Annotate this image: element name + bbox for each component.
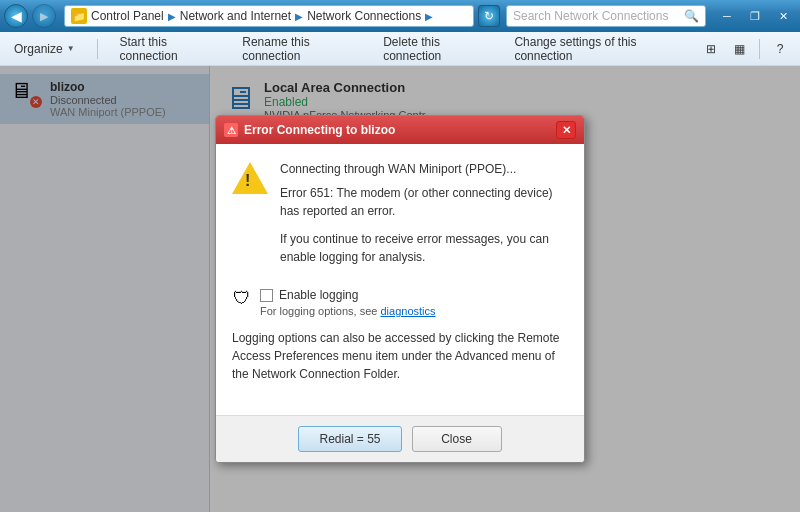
refresh-button[interactable]: ↻ (478, 5, 500, 27)
breadcrumb-part-3[interactable]: Network Connections (307, 9, 421, 23)
breadcrumb: Control Panel ▶ Network and Internet ▶ N… (91, 9, 435, 23)
search-box[interactable]: Search Network Connections 🔍 (506, 5, 706, 27)
window-controls: ─ ❐ ✕ (714, 6, 796, 26)
delete-connection-button[interactable]: Delete this connection (377, 32, 496, 66)
toolbar-right: ⊞ ▦ ? (699, 37, 792, 61)
modal-error-text: Error 651: The modem (or other connectin… (280, 184, 568, 220)
address-icon: 📁 (71, 8, 87, 24)
enable-logging-checkbox[interactable] (260, 289, 273, 302)
logging-label: Enable logging (279, 288, 358, 302)
organize-label: Organize (14, 42, 63, 56)
modal-title-icon: ⚠ (224, 123, 238, 137)
layout-button[interactable]: ▦ (727, 37, 751, 61)
rename-connection-button[interactable]: Rename this connection (236, 32, 365, 66)
help-button[interactable]: ? (768, 37, 792, 61)
rename-connection-label: Rename this connection (242, 35, 359, 63)
modal-extra-text: Logging options can also be accessed by … (232, 329, 568, 383)
logging-content: Enable logging For logging options, see … (260, 288, 568, 317)
forward-button[interactable]: ▶ (32, 4, 56, 28)
modal-title-bar: ⚠ Error Connecting to blizoo ✕ (216, 116, 584, 144)
modal-title-text: Error Connecting to blizoo (244, 123, 556, 137)
search-placeholder: Search Network Connections (513, 9, 680, 23)
start-connection-label: Start this connection (120, 35, 219, 63)
logging-checkbox-row: Enable logging (260, 288, 568, 302)
breadcrumb-part-2[interactable]: Network and Internet (180, 9, 291, 23)
start-connection-button[interactable]: Start this connection (114, 32, 225, 66)
warning-icon (232, 160, 268, 196)
delete-connection-label: Delete this connection (383, 35, 490, 63)
logging-hint: For logging options, see diagnostics (260, 305, 568, 317)
modal-logging-row: 🛡 Enable logging For logging options, se… (232, 288, 568, 317)
restore-button[interactable]: ❐ (742, 6, 768, 26)
modal-footer: Redial = 55 Close (216, 415, 584, 462)
minimize-button[interactable]: ─ (714, 6, 740, 26)
shield-icon: 🛡 (232, 288, 252, 308)
modal-connecting-content: Connecting through WAN Miniport (PPOE)..… (280, 160, 568, 278)
toolbar-sep-1 (97, 39, 98, 59)
change-settings-button[interactable]: Change settings of this connection (508, 32, 687, 66)
breadcrumb-part-1[interactable]: Control Panel (91, 9, 164, 23)
shield-svg: 🛡 (233, 288, 251, 309)
warning-triangle (232, 162, 268, 194)
breadcrumb-sep-2: ▶ (295, 11, 303, 22)
modal-close-button[interactable]: Close (412, 426, 502, 452)
modal-info-text: If you continue to receive error message… (280, 230, 568, 266)
breadcrumb-sep-1: ▶ (168, 11, 176, 22)
error-dialog: ⚠ Error Connecting to blizoo ✕ Connectin… (215, 115, 585, 463)
breadcrumb-sep-3: ▶ (425, 11, 433, 22)
search-icon: 🔍 (684, 9, 699, 23)
modal-connecting-title: Connecting through WAN Miniport (PPOE)..… (280, 160, 568, 178)
diagnostics-link[interactable]: diagnostics (380, 305, 435, 317)
modal-connecting-section: Connecting through WAN Miniport (PPOE)..… (232, 160, 568, 278)
modal-close-x-button[interactable]: ✕ (556, 121, 576, 139)
organize-arrow: ▼ (67, 44, 75, 53)
title-bar-left: ◀ ▶ 📁 Control Panel ▶ Network and Intern… (4, 4, 706, 28)
organize-button[interactable]: Organize ▼ (8, 39, 81, 59)
toolbar: Organize ▼ Start this connection Rename … (0, 32, 800, 66)
change-settings-label: Change settings of this connection (514, 35, 681, 63)
redial-button[interactable]: Redial = 55 (298, 426, 401, 452)
close-button[interactable]: ✕ (770, 6, 796, 26)
address-bar[interactable]: 📁 Control Panel ▶ Network and Internet ▶… (64, 5, 474, 27)
modal-overlay: ⚠ Error Connecting to blizoo ✕ Connectin… (0, 66, 800, 512)
toolbar-sep-2 (759, 39, 760, 59)
back-button[interactable]: ◀ (4, 4, 28, 28)
logging-hint-prefix: For logging options, see (260, 305, 380, 317)
modal-body: Connecting through WAN Miniport (PPOE)..… (216, 144, 584, 415)
view-button[interactable]: ⊞ (699, 37, 723, 61)
content-area: 🖥 ✕ blizoo Disconnected WAN Miniport (PP… (0, 66, 800, 512)
title-bar: ◀ ▶ 📁 Control Panel ▶ Network and Intern… (0, 0, 800, 32)
